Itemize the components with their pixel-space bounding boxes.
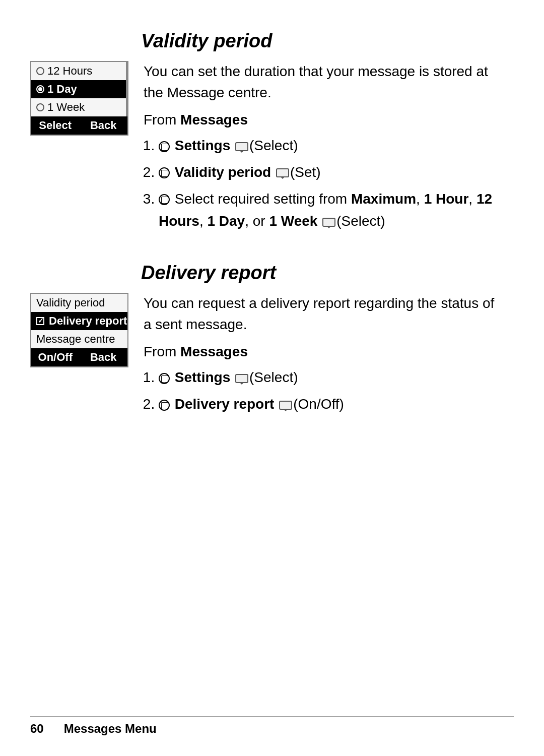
softkey-select[interactable]: Select [31, 116, 80, 135]
menu-icon-4 [159, 373, 170, 384]
menu-label-message-centre: Message centre [36, 333, 115, 346]
menu-icon-2 [159, 167, 170, 178]
screen-divider [126, 62, 127, 116]
validity-period-bold: Validity period [175, 164, 271, 180]
validity-period-title: Validity period [141, 30, 504, 52]
menu-item-12hours: 12 Hours [31, 62, 126, 80]
arrow-icon-1 [239, 150, 244, 153]
1day-bold: 1 Day [207, 213, 245, 229]
check-icon [36, 317, 44, 325]
menu-label-validity: Validity period [36, 296, 105, 309]
delivery-report-bold: Delivery report [175, 396, 275, 412]
delivery-report-steps: Settings (Select) Delivery report (On/Of… [159, 366, 504, 416]
delivery-report-description: You can request a delivery report regard… [144, 293, 504, 335]
1hour-bold: 1 Hour [424, 191, 469, 207]
validity-period-steps: Settings (Select) Validity period (Set) [159, 135, 504, 233]
menu-label-1day: 1 Day [47, 83, 77, 96]
menu-item-1week: 1 Week [31, 98, 126, 116]
softkey-icon-3 [322, 218, 335, 227]
menu-item-delivery-report: Delivery report [31, 312, 128, 330]
settings-bold: Settings [175, 138, 230, 153]
softkeys-validity: Select Back [31, 116, 127, 135]
delivery-report-section: Delivery report Validity period Delivery… [30, 262, 504, 420]
footer-text: Messages Menu [64, 722, 157, 736]
step-1-validity: Settings (Select) [159, 135, 504, 157]
softkey-icon-1 [235, 142, 248, 151]
maximum-bold: Maximum [351, 191, 416, 207]
delivery-report-title: Delivery report [141, 262, 504, 284]
validity-period-from: From Messages [144, 109, 504, 131]
from-messages-bold: Messages [180, 112, 248, 128]
arrow-icon-2 [280, 176, 285, 179]
step-2-validity: Validity period (Set) [159, 161, 504, 184]
menu-label-1week: 1 Week [47, 101, 85, 114]
softkey-back-2[interactable]: Back [80, 348, 128, 366]
step-3-validity: Select required setting from Maximum, 1 … [159, 188, 504, 233]
validity-period-description: You can set the duration that your messa… [144, 61, 504, 103]
validity-period-phone-screen: 12 Hours 1 Day 1 Week [30, 61, 128, 136]
settings-bold-2: Settings [175, 369, 230, 385]
softkey-icon-5 [279, 401, 292, 410]
menu-label-delivery-report: Delivery report [49, 314, 127, 328]
softkey-icon-4 [235, 374, 248, 383]
menu-item-1day: 1 Day [31, 80, 126, 98]
step-2-delivery: Delivery report (On/Off) [159, 393, 504, 416]
delivery-report-instructions: You can request a delivery report regard… [144, 293, 504, 420]
validity-period-instructions: You can set the duration that your messa… [144, 61, 504, 237]
softkey-icon-2 [276, 168, 289, 177]
menu-icon-5 [159, 400, 170, 411]
validity-period-body: 12 Hours 1 Day 1 Week [30, 61, 504, 237]
delivery-report-phone-screen: Validity period Delivery report Message … [30, 293, 128, 367]
from-messages-bold-2: Messages [180, 344, 248, 359]
softkey-back[interactable]: Back [80, 116, 128, 135]
softkey-onoff[interactable]: On/Off [31, 348, 80, 366]
menu-item-validity: Validity period [31, 294, 128, 312]
menu-label-12hours: 12 Hours [47, 65, 92, 78]
hours-bold: Hours [159, 213, 199, 229]
step-1-delivery: Settings (Select) [159, 366, 504, 389]
page-number: 60 [30, 722, 44, 736]
radio-empty-icon [36, 67, 44, 75]
validity-period-section: Validity period 12 Hours 1 Day [30, 30, 504, 237]
softkeys-delivery: On/Off Back [31, 348, 127, 366]
1week-bold: 1 Week [269, 213, 317, 229]
radio-filled-icon [36, 85, 44, 93]
menu-icon-3 [159, 194, 170, 205]
menu-icon-1 [159, 141, 170, 152]
arrow-icon-3 [326, 226, 331, 228]
page-footer: 60 Messages Menu [30, 716, 514, 736]
12-bold: 12 [477, 191, 492, 207]
menu-item-message-centre: Message centre [31, 330, 128, 348]
delivery-report-body: Validity period Delivery report Message … [30, 293, 504, 420]
arrow-icon-5 [283, 409, 288, 411]
arrow-icon-4 [239, 382, 244, 385]
radio-empty-icon-2 [36, 103, 44, 111]
delivery-report-from: From Messages [144, 341, 504, 362]
